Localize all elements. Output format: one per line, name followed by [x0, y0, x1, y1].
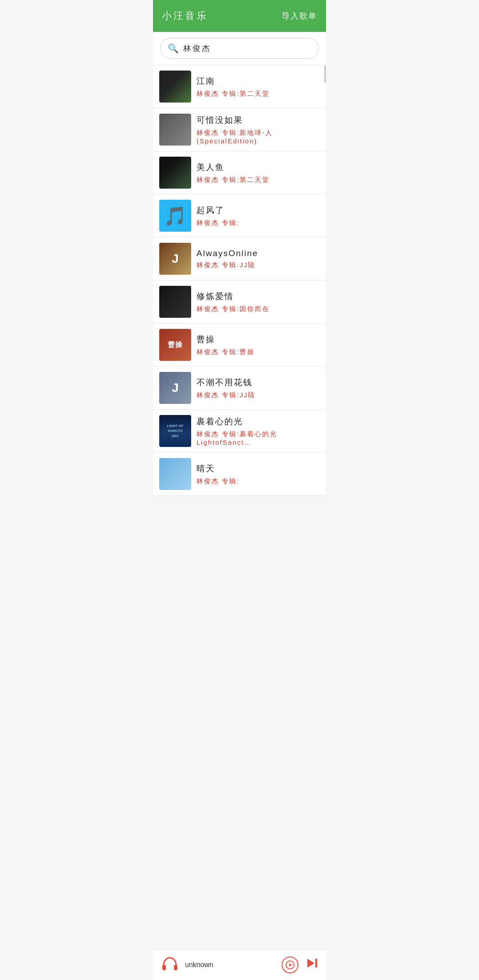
search-icon: 🔍 [168, 43, 179, 54]
song-title: 裹着心的光 [196, 416, 320, 427]
song-item[interactable]: 晴天林俊杰 专辑: [153, 453, 326, 496]
song-info: AlwaysOnline林俊杰 专辑:JJ陆 [196, 249, 320, 269]
album-art-bg: LIGHT OFSANCTUARY [159, 415, 191, 447]
search-box: 🔍 [160, 38, 319, 59]
song-item[interactable]: 修炼爱情林俊杰 专辑:因你而在 [153, 281, 326, 324]
album-art [159, 114, 191, 146]
song-meta: 林俊杰 专辑:第二天堂 [196, 176, 320, 184]
music-note-icon: 🎵 [164, 205, 187, 227]
album-art: LIGHT OFSANCTUARY [159, 415, 191, 447]
svg-rect-1 [174, 965, 177, 970]
song-title: 可惜没如果 [196, 115, 320, 126]
song-info: 不潮不用花钱林俊杰 专辑:JJ陆 [196, 377, 320, 399]
svg-rect-4 [315, 959, 317, 968]
song-item[interactable]: J AlwaysOnline林俊杰 专辑:JJ陆 [153, 237, 326, 281]
song-info: 美人鱼林俊杰 专辑:第二天堂 [196, 162, 320, 184]
album-art: J [159, 372, 191, 404]
svg-marker-3 [307, 959, 314, 968]
song-title: 不潮不用花钱 [196, 377, 320, 388]
song-info: 江南林俊杰 专辑:第二天堂 [196, 75, 320, 98]
song-item[interactable]: 美人鱼林俊杰 专辑:第二天堂 [153, 151, 326, 194]
player-track-name: unknown [185, 961, 213, 968]
song-meta: 林俊杰 专辑: [196, 219, 320, 227]
song-title: 曹操 [196, 334, 320, 345]
album-art [159, 286, 191, 318]
song-item[interactable]: 江南林俊杰 专辑:第二天堂 [153, 65, 326, 108]
song-meta: 林俊杰 专辑:JJ陆 [196, 261, 320, 269]
song-info: 曹操林俊杰 专辑:曹操 [196, 334, 320, 356]
album-art: J [159, 243, 191, 275]
song-meta: 林俊杰 专辑:因你而在 [196, 305, 320, 313]
album-art: 曹操 [159, 329, 191, 361]
song-meta: 林俊杰 专辑:JJ陆 [196, 391, 320, 399]
play-button[interactable] [282, 956, 298, 973]
album-art: 🎵 [159, 200, 191, 232]
svg-rect-0 [162, 965, 166, 970]
song-info: 修炼爱情林俊杰 专辑:因你而在 [196, 291, 320, 313]
song-title: 美人鱼 [196, 162, 320, 173]
song-meta: 林俊杰 专辑:裹着心的光LightofSanct… [196, 430, 320, 446]
song-list-wrapper: 江南林俊杰 专辑:第二天堂可惜没如果林俊杰 专辑:新地球-人(SpecialEd… [153, 65, 326, 527]
song-item[interactable]: 可惜没如果林俊杰 专辑:新地球-人(SpecialEdition) [153, 108, 326, 151]
song-title: 修炼爱情 [196, 291, 320, 302]
player-controls [282, 956, 319, 973]
song-meta: 林俊杰 专辑:新地球-人(SpecialEdition) [196, 129, 320, 145]
search-input[interactable] [183, 44, 311, 53]
album-art [159, 458, 191, 490]
album-art [159, 157, 191, 189]
song-item[interactable]: LIGHT OFSANCTUARY 裹着心的光林俊杰 专辑:裹着心的光Light… [153, 410, 326, 453]
song-item[interactable]: 🎵起风了林俊杰 专辑: [153, 194, 326, 237]
song-title: 晴天 [196, 463, 320, 474]
song-title: 江南 [196, 75, 320, 87]
search-container: 🔍 [153, 32, 326, 65]
next-button[interactable] [306, 956, 319, 973]
song-item[interactable]: J 不潮不用花钱林俊杰 专辑:JJ陆 [153, 367, 326, 410]
song-info: 裹着心的光林俊杰 专辑:裹着心的光LightofSanct… [196, 416, 320, 446]
import-playlist-button[interactable]: 导入歌单 [282, 11, 317, 21]
app-title: 小汪音乐 [162, 9, 208, 23]
song-title: 起风了 [196, 205, 320, 216]
song-info: 晴天林俊杰 专辑: [196, 463, 320, 486]
headphone-icon [160, 955, 180, 975]
song-meta: 林俊杰 专辑:第二天堂 [196, 90, 320, 98]
player-bar: unknown [153, 949, 326, 980]
player-info: unknown [185, 961, 276, 969]
song-list: 江南林俊杰 专辑:第二天堂可惜没如果林俊杰 专辑:新地球-人(SpecialEd… [153, 65, 326, 496]
song-meta: 林俊杰 专辑: [196, 477, 320, 486]
app-header: 小汪音乐 导入歌单 [153, 0, 326, 32]
song-title: AlwaysOnline [196, 249, 320, 258]
album-art [159, 71, 191, 103]
song-info: 起风了林俊杰 专辑: [196, 205, 320, 227]
song-info: 可惜没如果林俊杰 专辑:新地球-人(SpecialEdition) [196, 115, 320, 145]
song-meta: 林俊杰 专辑:曹操 [196, 348, 320, 356]
song-item[interactable]: 曹操 曹操林俊杰 专辑:曹操 [153, 324, 326, 367]
scroll-indicator [324, 65, 326, 83]
